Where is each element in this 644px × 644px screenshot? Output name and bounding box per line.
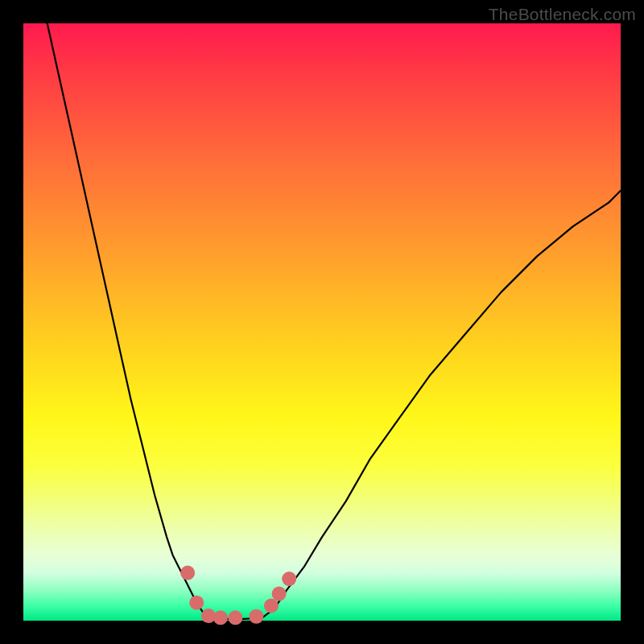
marker-floor-3 <box>228 610 242 625</box>
curve-path-group <box>47 23 621 619</box>
plot-area <box>23 23 621 621</box>
curve-markers <box>180 566 296 625</box>
outer-frame: TheBottleneck.com <box>0 0 644 644</box>
marker-floor-4 <box>249 609 263 624</box>
marker-right-1 <box>264 599 279 613</box>
bottleneck-curve <box>47 23 621 619</box>
marker-right-3 <box>282 572 296 586</box>
marker-right-2 <box>272 587 287 601</box>
marker-floor-2 <box>213 610 228 625</box>
curve-layer <box>23 23 621 621</box>
watermark-text: TheBottleneck.com <box>489 5 636 24</box>
marker-left-1 <box>180 566 195 580</box>
marker-left-2 <box>189 596 204 610</box>
